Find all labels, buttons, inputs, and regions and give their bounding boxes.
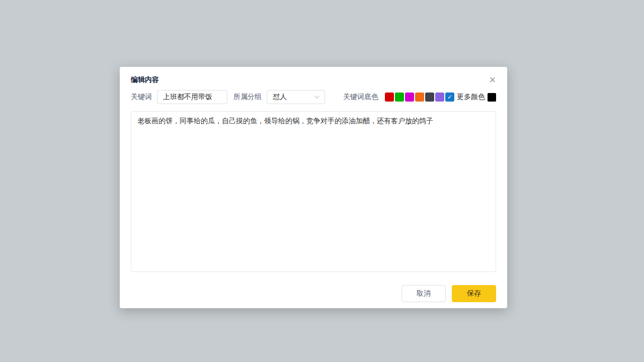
dialog-header: 编辑内容 ✕	[131, 67, 496, 84]
color-swatch-blue[interactable]: ✓	[445, 93, 454, 102]
group-select-value: 怼人	[273, 93, 287, 102]
dialog-footer: 取消 保存	[131, 285, 496, 302]
custom-color-swatch[interactable]	[488, 93, 496, 102]
color-swatch-purple[interactable]	[435, 93, 444, 102]
page-background: { "page": { "background": "#c6cccf" }, "…	[0, 0, 644, 362]
group-label: 所属分组	[233, 93, 262, 102]
edit-content-dialog: 编辑内容 ✕ 关键词 所属分组 怼人 关键词底色 ✓ 更多颜色 老板画的饼，同事…	[120, 67, 507, 308]
content-textarea[interactable]: 老板画的饼，同事给的瓜，自己摸的鱼，领导给的锅，竞争对手的添油加醋，还有客户放的…	[131, 111, 496, 272]
group-select[interactable]: 怼人	[267, 90, 325, 104]
check-icon: ✓	[447, 94, 452, 100]
close-icon[interactable]: ✕	[489, 76, 496, 84]
color-swatch-green[interactable]	[395, 93, 404, 102]
chevron-down-icon	[313, 94, 320, 101]
keyword-input[interactable]	[157, 90, 227, 104]
more-colors-label[interactable]: 更多颜色	[457, 93, 485, 102]
keyword-label: 关键词	[131, 93, 152, 102]
color-swatch-magenta[interactable]	[405, 93, 414, 102]
content-area: 老板画的饼，同事给的瓜，自己摸的鱼，领导给的锅，竞争对手的添油加醋，还有客户放的…	[131, 111, 496, 272]
color-swatch-orange[interactable]	[415, 93, 424, 102]
keyword-color-label: 关键词底色	[343, 93, 378, 102]
form-row: 关键词 所属分组 怼人 关键词底色 ✓ 更多颜色	[131, 90, 496, 104]
cancel-button[interactable]: 取消	[401, 285, 446, 302]
color-swatch-row: ✓	[385, 93, 454, 102]
save-button[interactable]: 保存	[452, 285, 496, 302]
color-swatch-red[interactable]	[385, 93, 394, 102]
color-swatch-dark-gray[interactable]	[425, 93, 434, 102]
dialog-title: 编辑内容	[131, 75, 159, 84]
